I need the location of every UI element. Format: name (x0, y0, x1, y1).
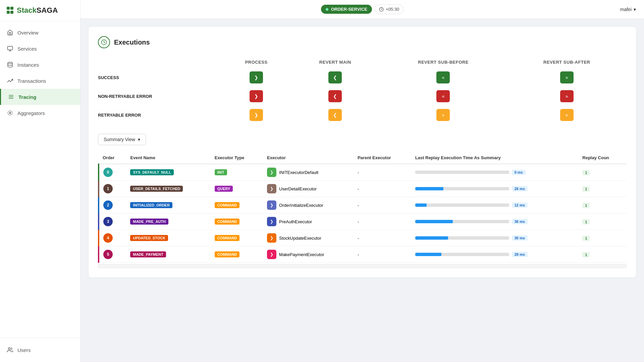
replay-count-badge: 1 (582, 186, 590, 192)
svg-point-8 (8, 348, 10, 350)
data-table: Order Event Name Executor Type Executor … (98, 152, 627, 263)
col-revert-main: REVERT MAIN (291, 56, 379, 68)
cell-order-5: 5 (99, 246, 126, 263)
sidebar-item-aggregators[interactable]: Aggregators (0, 105, 80, 121)
executions-icon (98, 36, 110, 48)
executor-cell: ❯ UserDetailExecutor (267, 184, 350, 193)
aggregators-icon (7, 110, 13, 116)
table-row: 3 MADE_PRE_AUTH COMMAND ❯ PreAuthExecuto… (99, 214, 627, 230)
replay-count-badge: 1 (582, 236, 590, 241)
cell-event-name-4: UPDATED_STOCK (126, 230, 210, 246)
sidebar-item-overview[interactable]: Overview (0, 24, 80, 41)
cell-event-name-3: MADE_PRE_AUTH (126, 214, 210, 230)
executor-type-badge: COMMAND (215, 235, 240, 241)
executor-cell: ❯ INITExecutorDefault (267, 168, 350, 177)
cell-executor-type-1: QUERY (211, 181, 263, 197)
exec-label-non-retryable: NON-RETRYABLE ERROR (98, 87, 222, 106)
svg-rect-0 (8, 46, 13, 50)
exec-btn-retryable-revert-main[interactable]: ❮ (328, 109, 342, 121)
exec-btn-non-retryable-revert-sub-before[interactable]: « (436, 90, 450, 102)
view-dropdown[interactable]: Summary View ▾ (98, 134, 146, 145)
horizontal-scrollbar[interactable] (98, 264, 627, 268)
sidebar-item-users[interactable]: Users (7, 343, 73, 357)
executor-arrow-icon: ❯ (267, 184, 276, 193)
order-number: 5 (103, 250, 113, 259)
exec-btn-success-revert-sub-before[interactable]: « (436, 71, 450, 83)
cell-executor-2: ❯ OrderInitializeExecutor (263, 197, 354, 214)
exec-btn-retryable-process[interactable]: ❯ (250, 109, 263, 121)
cell-order-0: 0 (99, 164, 126, 181)
tracing-icon (8, 94, 14, 100)
col-process: PROCESS (222, 56, 291, 68)
cell-progress-1: 26 ms (411, 181, 579, 197)
user-menu[interactable]: mafei ▾ (620, 7, 636, 12)
executor-type-badge: COMMAND (215, 219, 240, 225)
exec-btn-non-retryable-process[interactable]: ❯ (250, 90, 263, 102)
cell-replay-count-2: 1 (578, 197, 627, 214)
sidebar-item-instances-label: Instances (17, 62, 39, 68)
header: ORDER-SERVICE +05:30 mafei ▾ (80, 0, 644, 19)
cell-executor-5: ❯ MakePaymentExecutor (263, 246, 354, 263)
exec-btn-success-revert-sub-after[interactable]: » (560, 71, 574, 83)
table-row: 1 USER_DETAILS_FETCHED QUERY ❯ UserDetai… (99, 181, 627, 197)
cell-replay-count-3: 1 (578, 214, 627, 230)
cell-executor-3: ❯ PreAuthExecutor (263, 214, 354, 230)
executor-arrow-icon: ❯ (267, 233, 276, 243)
cell-parent-executor-2: - (354, 197, 411, 214)
cell-executor-type-5: COMMAND (211, 246, 263, 263)
sidebar-item-instances[interactable]: Instances (0, 57, 80, 73)
progress-bar-bg (415, 236, 509, 240)
replay-count-badge: 1 (582, 252, 590, 257)
sidebar-item-services[interactable]: Services (0, 41, 80, 57)
time-badge: 28 ms (512, 252, 528, 257)
col-revert-sub-before: REVERT SUB-BEFORE (379, 56, 507, 68)
progress-bar-bg (415, 171, 509, 174)
progress-bar-fill (415, 203, 427, 207)
event-name-badge: MADE_PAYMENT (130, 251, 166, 257)
table-row: 4 UPDATED_STOCK COMMAND ❯ StockUpdateExe… (99, 230, 627, 246)
progress-wrap: 12 ms (415, 202, 575, 208)
cell-progress-3: 36 ms (411, 214, 579, 230)
main: ORDER-SERVICE +05:30 mafei ▾ Executions (80, 0, 644, 362)
cell-progress-4: 30 ms (411, 230, 579, 246)
cell-order-2: 2 (99, 197, 126, 214)
exec-row-non-retryable: NON-RETRYABLE ERROR ❯ ❮ « » (98, 87, 627, 106)
exec-btn-retryable-revert-sub-after[interactable]: » (560, 109, 574, 121)
executor-arrow-icon: ❯ (267, 250, 276, 259)
time-badge: 30 ms (512, 235, 528, 241)
time-badge: 0 ms (512, 170, 526, 175)
table-row: 0 SYS_DEFAULT_NULL INIT ❯ INITExecutorDe… (99, 164, 627, 181)
event-name-badge: SYS_DEFAULT_NULL (130, 169, 173, 175)
cell-progress-2: 12 ms (411, 197, 579, 214)
executor-cell: ❯ OrderInitializeExecutor (267, 200, 350, 210)
order-number: 2 (103, 200, 113, 210)
cell-event-name-0: SYS_DEFAULT_NULL (126, 164, 210, 181)
sidebar-item-tracing[interactable]: Tracing (0, 89, 80, 105)
sidebar-item-transactions-label: Transactions (17, 78, 46, 84)
exec-btn-non-retryable-revert-sub-after[interactable]: » (560, 90, 574, 102)
cell-event-name-2: INITIALIZED_ORDER (126, 197, 210, 214)
executor-cell: ❯ StockUpdateExecutor (267, 233, 350, 243)
col-executor: Executor (263, 152, 354, 164)
progress-bar-fill (415, 236, 448, 240)
progress-bar-bg (415, 187, 509, 190)
executions-card: Executions PROCESS REVERT MAIN REVERT SU… (89, 27, 636, 278)
exec-btn-success-process[interactable]: ❯ (250, 71, 263, 83)
home-icon (7, 29, 13, 36)
exec-btn-success-revert-main[interactable]: ❮ (328, 71, 342, 83)
exec-btn-non-retryable-revert-main[interactable]: ❮ (328, 90, 342, 102)
svg-point-7 (9, 112, 11, 114)
sidebar-item-tracing-label: Tracing (18, 94, 36, 100)
timezone-value: +05:30 (386, 7, 399, 12)
exec-btn-retryable-revert-sub-before[interactable]: « (436, 109, 450, 121)
progress-wrap: 26 ms (415, 186, 575, 191)
executor-arrow-icon: ❯ (267, 168, 276, 177)
cell-executor-1: ❯ UserDetailExecutor (263, 181, 354, 197)
sidebar-item-transactions[interactable]: Transactions (0, 73, 80, 89)
cell-parent-executor-4: - (354, 230, 411, 246)
chevron-down-icon: ▾ (138, 137, 140, 142)
cell-replay-count-4: 1 (578, 230, 627, 246)
col-revert-sub-after: REVERT SUB-AFTER (507, 56, 627, 68)
sidebar-nav: Overview Services Instances Transactions… (0, 21, 80, 338)
username: mafei (620, 7, 632, 12)
